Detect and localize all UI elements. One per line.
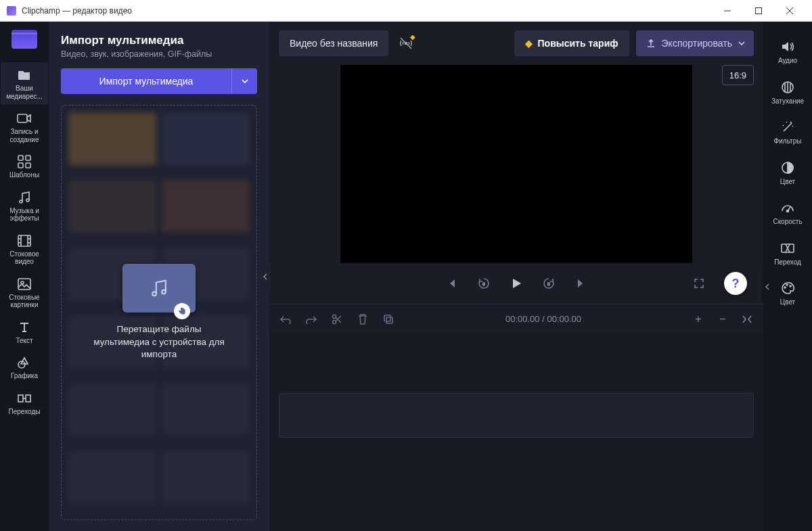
nav-stock-video[interactable]: Стоковое видео: [1, 228, 48, 270]
zoom-fit-button[interactable]: [740, 313, 754, 326]
svg-rect-11: [18, 235, 30, 246]
prop-transition[interactable]: Переход: [764, 235, 811, 272]
minimize-button[interactable]: [712, 0, 743, 22]
timeline-track[interactable]: [279, 393, 754, 438]
nav-text[interactable]: Текст: [1, 315, 48, 349]
prop-filters[interactable]: Фильтры: [764, 114, 811, 151]
fade-icon: [780, 80, 795, 95]
help-button[interactable]: ?: [724, 272, 747, 295]
svg-point-41: [786, 284, 788, 285]
zoom-in-button[interactable]: +: [692, 313, 705, 326]
panel-subtitle: Видео, звук, изображения, GIF-файлы: [61, 49, 257, 59]
brand-logo-icon[interactable]: [12, 30, 37, 49]
broadcast-button[interactable]: ◆: [395, 30, 417, 56]
shapes-icon: [17, 355, 32, 370]
maximize-button[interactable]: [743, 0, 774, 22]
nav-stock-images[interactable]: Стоковые картинки: [1, 271, 48, 313]
wand-icon: [780, 120, 795, 135]
folder-icon: [17, 68, 32, 83]
timecode: 00:00.00 / 00:00.00: [505, 314, 581, 324]
prop-fade[interactable]: Затухание: [764, 74, 811, 111]
collapse-panel-button[interactable]: [260, 262, 271, 292]
svg-point-24: [162, 290, 166, 294]
import-media-button[interactable]: Импорт мультимедиа: [61, 68, 231, 94]
drop-tile-icon: [122, 264, 196, 313]
camera-icon: [17, 111, 32, 126]
dropzone-text: Перетащите файлы мультимедиа с устройств…: [88, 323, 230, 362]
svg-text:5: 5: [482, 282, 485, 286]
palette-icon: [780, 281, 795, 296]
svg-rect-1: [756, 7, 762, 14]
video-preview[interactable]: [340, 65, 692, 263]
nav-transitions[interactable]: Переходы: [1, 386, 48, 420]
window-title: Clipchamp — редактор видео: [22, 6, 132, 16]
upgrade-button[interactable]: ◆ Повысить тариф: [514, 30, 629, 56]
nav-music[interactable]: Музыка и эффекты: [1, 185, 48, 227]
timeline[interactable]: [269, 333, 763, 531]
close-button[interactable]: [774, 0, 805, 22]
grid-icon: [17, 154, 32, 169]
upload-icon: [646, 38, 656, 49]
chevron-left-icon: [765, 283, 770, 291]
undo-button[interactable]: [279, 313, 292, 326]
nav-your-media[interactable]: Ваши медиарес...: [1, 62, 48, 104]
skip-start-button[interactable]: [443, 275, 460, 292]
project-title-chip[interactable]: Видео без названия: [279, 30, 388, 56]
fullscreen-button[interactable]: [690, 275, 708, 292]
titlebar: Clipchamp — редактор видео: [0, 0, 812, 22]
svg-rect-22: [26, 395, 30, 402]
chevron-left-icon: [263, 273, 268, 281]
speaker-icon: [780, 39, 795, 54]
speedometer-icon: [780, 200, 795, 215]
forward-5-button[interactable]: 5: [540, 275, 558, 292]
svg-point-9: [20, 200, 22, 203]
svg-point-38: [787, 210, 789, 212]
nav-record[interactable]: Запись и создание: [1, 106, 48, 147]
aspect-ratio-button[interactable]: 16:9: [722, 65, 754, 85]
music-icon: [17, 190, 32, 205]
svg-rect-18: [18, 279, 30, 290]
skip-end-button[interactable]: [572, 275, 590, 292]
stage: Видео без названия ◆ ◆ Повысить тариф Эк…: [269, 22, 763, 531]
import-dropdown-button[interactable]: [231, 68, 257, 94]
svg-rect-6: [26, 156, 30, 160]
property-rail: Аудио Затухание Фильтры Цвет Скорость Пе…: [763, 22, 812, 531]
duplicate-button[interactable]: [382, 313, 395, 326]
svg-rect-31: [384, 315, 390, 321]
svg-rect-4: [18, 114, 27, 122]
svg-rect-32: [386, 317, 392, 323]
text-icon: [17, 320, 32, 335]
hand-icon: [174, 303, 190, 319]
delete-button[interactable]: [356, 313, 369, 326]
nav-graphics[interactable]: Графика: [1, 350, 48, 384]
svg-rect-5: [18, 156, 23, 160]
rewind-5-button[interactable]: 5: [475, 275, 493, 292]
collapse-properties-button[interactable]: [762, 272, 773, 302]
chevron-down-icon: [241, 78, 249, 84]
split-button[interactable]: [330, 313, 344, 326]
svg-rect-7: [18, 163, 23, 168]
svg-rect-8: [26, 163, 30, 168]
media-panel: Импорт мультимедиа Видео, звук, изображе…: [49, 22, 269, 531]
prop-speed[interactable]: Скорость: [764, 195, 811, 231]
contrast-icon: [780, 160, 795, 175]
prop-audio[interactable]: Аудио: [764, 34, 811, 70]
play-button[interactable]: [508, 275, 525, 292]
app-logo-icon: [7, 6, 16, 16]
svg-rect-21: [18, 395, 23, 402]
export-button[interactable]: Экспортировать: [636, 30, 754, 56]
nav-templates[interactable]: Шаблоны: [1, 149, 48, 183]
transition-icon: [17, 391, 32, 406]
svg-point-40: [784, 287, 786, 288]
question-icon: ?: [732, 277, 740, 291]
timeline-drop-area[interactable]: [279, 347, 754, 385]
prop-adjust-color[interactable]: Цвет: [764, 155, 811, 191]
svg-point-42: [790, 285, 791, 287]
redo-button[interactable]: [304, 313, 318, 326]
zoom-out-button[interactable]: −: [716, 313, 729, 326]
diamond-badge-icon: ◆: [410, 33, 415, 41]
media-dropzone[interactable]: Перетащите файлы мультимедиа с устройств…: [61, 105, 257, 520]
nav-rail: Ваши медиарес... Запись и создание Шабло…: [0, 22, 49, 531]
panel-title: Импорт мультимедиа: [61, 34, 257, 47]
svg-text:5: 5: [547, 282, 550, 286]
